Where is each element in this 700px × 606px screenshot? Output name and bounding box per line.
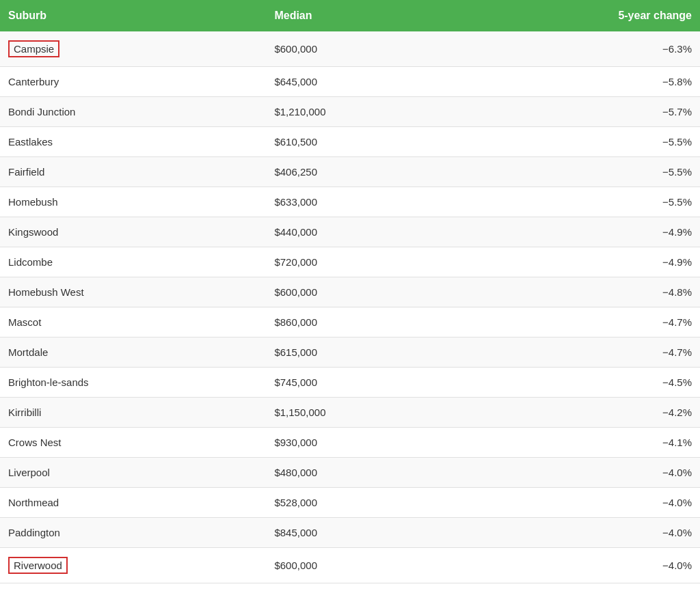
table-row: Mascot$860,000−4.7% bbox=[0, 307, 700, 338]
median-cell: $600,000 bbox=[266, 31, 453, 67]
change-cell: −4.0% bbox=[453, 488, 700, 518]
table-row: Canterbury$645,000−5.8% bbox=[0, 67, 700, 97]
median-cell: $480,000 bbox=[266, 458, 453, 488]
change-cell: −5.5% bbox=[453, 187, 700, 217]
suburb-highlighted: Campsie bbox=[8, 40, 59, 57]
table-header-row: Suburb Median 5-year change bbox=[0, 0, 700, 31]
median-cell: $615,000 bbox=[266, 338, 453, 368]
change-cell: −5.7% bbox=[453, 97, 700, 127]
suburb-cell: Bondi Junction bbox=[0, 97, 266, 127]
change-cell: −4.0% bbox=[453, 548, 700, 583]
table-row: Eastlakes$610,500−5.5% bbox=[0, 127, 700, 157]
suburb-cell: Northmead bbox=[0, 488, 266, 518]
change-cell: −4.2% bbox=[453, 398, 700, 428]
table-row: Crows Nest$930,000−4.1% bbox=[0, 428, 700, 458]
median-cell: $720,000 bbox=[266, 247, 453, 277]
table-row: Liverpool$480,000−4.0% bbox=[0, 458, 700, 488]
table-row: Lidcombe$720,000−4.9% bbox=[0, 247, 700, 277]
suburb-cell: Mortdale bbox=[0, 338, 266, 368]
table-row: Northmead$528,000−4.0% bbox=[0, 488, 700, 518]
median-cell: $1,210,000 bbox=[266, 97, 453, 127]
median-cell: $528,000 bbox=[266, 488, 453, 518]
median-cell: $600,000 bbox=[266, 548, 453, 583]
suburb-cell: Campsie bbox=[0, 31, 266, 67]
change-cell: −4.0% bbox=[453, 518, 700, 548]
suburb-cell: Riverwood bbox=[0, 548, 266, 583]
change-cell: −4.0% bbox=[453, 458, 700, 488]
median-cell: $860,000 bbox=[266, 307, 453, 338]
table-row: Kirribilli$1,150,000−4.2% bbox=[0, 398, 700, 428]
data-table: Suburb Median 5-year change Campsie$600,… bbox=[0, 0, 700, 583]
suburb-cell: Homebush West bbox=[0, 277, 266, 307]
suburb-cell: Mascot bbox=[0, 307, 266, 338]
change-cell: −5.8% bbox=[453, 67, 700, 97]
change-cell: −4.7% bbox=[453, 307, 700, 338]
change-cell: −4.9% bbox=[453, 247, 700, 277]
suburb-cell: Kirribilli bbox=[0, 398, 266, 428]
change-cell: −4.9% bbox=[453, 217, 700, 247]
suburb-cell: Lidcombe bbox=[0, 247, 266, 277]
table-row: Kingswood$440,000−4.9% bbox=[0, 217, 700, 247]
change-cell: −4.8% bbox=[453, 277, 700, 307]
table-row: Homebush$633,000−5.5% bbox=[0, 187, 700, 217]
median-cell: $600,000 bbox=[266, 277, 453, 307]
change-cell: −4.7% bbox=[453, 338, 700, 368]
median-cell: $610,500 bbox=[266, 127, 453, 157]
change-cell: −5.5% bbox=[453, 127, 700, 157]
table-row: Campsie$600,000−6.3% bbox=[0, 31, 700, 67]
table-row: Fairfield$406,250−5.5% bbox=[0, 157, 700, 187]
suburb-cell: Fairfield bbox=[0, 157, 266, 187]
table-row: Brighton-le-sands$745,000−4.5% bbox=[0, 368, 700, 398]
suburb-cell: Kingswood bbox=[0, 217, 266, 247]
header-change: 5-year change bbox=[453, 0, 700, 31]
change-cell: −6.3% bbox=[453, 31, 700, 67]
table-row: Bondi Junction$1,210,000−5.7% bbox=[0, 97, 700, 127]
median-cell: $440,000 bbox=[266, 217, 453, 247]
header-median: Median bbox=[266, 0, 453, 31]
suburb-cell: Brighton-le-sands bbox=[0, 368, 266, 398]
median-cell: $1,150,000 bbox=[266, 398, 453, 428]
header-suburb: Suburb bbox=[0, 0, 266, 31]
suburb-cell: Canterbury bbox=[0, 67, 266, 97]
table-row: Mortdale$615,000−4.7% bbox=[0, 338, 700, 368]
suburb-cell: Eastlakes bbox=[0, 127, 266, 157]
change-cell: −4.1% bbox=[453, 428, 700, 458]
median-cell: $745,000 bbox=[266, 368, 453, 398]
table-row: Riverwood$600,000−4.0% bbox=[0, 548, 700, 583]
suburb-highlighted: Riverwood bbox=[8, 557, 68, 574]
median-cell: $845,000 bbox=[266, 518, 453, 548]
suburb-cell: Liverpool bbox=[0, 458, 266, 488]
median-cell: $930,000 bbox=[266, 428, 453, 458]
median-cell: $645,000 bbox=[266, 67, 453, 97]
median-cell: $406,250 bbox=[266, 157, 453, 187]
table-row: Paddington$845,000−4.0% bbox=[0, 518, 700, 548]
table-row: Homebush West$600,000−4.8% bbox=[0, 277, 700, 307]
suburb-cell: Homebush bbox=[0, 187, 266, 217]
suburb-cell: Crows Nest bbox=[0, 428, 266, 458]
change-cell: −4.5% bbox=[453, 368, 700, 398]
suburb-cell: Paddington bbox=[0, 518, 266, 548]
median-cell: $633,000 bbox=[266, 187, 453, 217]
change-cell: −5.5% bbox=[453, 157, 700, 187]
